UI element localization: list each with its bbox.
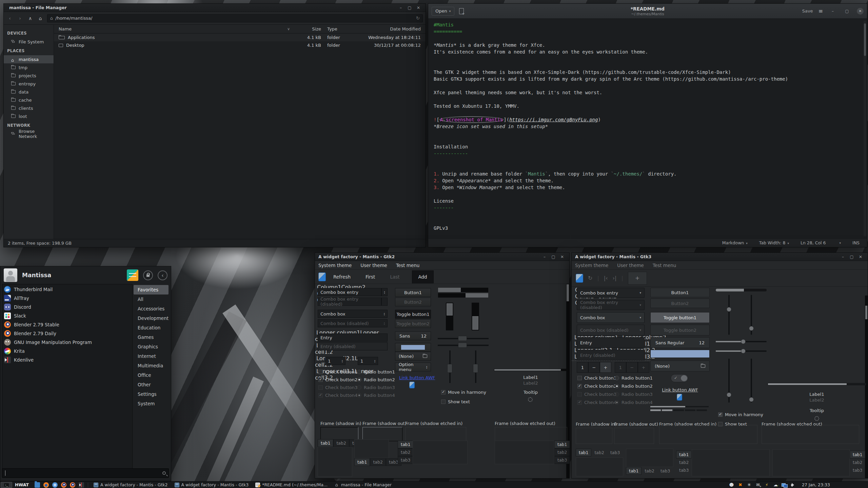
file-chooser-button[interactable]: (None) (650, 361, 710, 371)
file-row-applications[interactable]: Applications 4.1 kB folder Wednesday at … (54, 34, 426, 41)
tab[interactable]: tab3 (850, 466, 865, 474)
sidebar-item[interactable]: mantissa (4, 55, 54, 63)
hamburger-menu-icon[interactable]: ≡ (818, 8, 823, 14)
up-icon[interactable]: ∧ (27, 16, 34, 21)
category-item[interactable]: Games (134, 332, 169, 342)
column-size[interactable]: Size (293, 26, 324, 32)
category-item[interactable]: Favorites (134, 285, 169, 294)
horizontal-scale[interactable] (716, 350, 767, 352)
category-item[interactable]: Multimedia (134, 361, 169, 370)
vertical-scale[interactable] (475, 350, 476, 383)
search-bar[interactable] (2, 468, 169, 478)
blender-launcher-icon[interactable] (61, 482, 66, 488)
entry[interactable]: Entry (577, 337, 645, 348)
check-button-1[interactable]: Check button1 (577, 375, 616, 381)
editor-headerbar[interactable]: Open ▾ *README.md ~/.themes/Mantis Save … (428, 4, 867, 19)
tab[interactable]: tab1 (398, 441, 413, 448)
option-menu[interactable]: Option menu▴▾ (395, 363, 431, 371)
link-button[interactable]: Link button AWF (650, 386, 710, 393)
sidebar-item[interactable]: data (4, 88, 54, 96)
move-in-harmony-check[interactable]: Move in harmony (441, 390, 486, 395)
spin-button[interactable]: 1−+ (615, 362, 649, 373)
check-button-2[interactable]: Check button2 (577, 384, 616, 389)
refresh-button[interactable]: Refresh (326, 274, 358, 280)
maximize-button[interactable]: ▢ (843, 9, 851, 14)
radio-button-2[interactable]: Radio button2 (357, 377, 395, 382)
tab[interactable]: tab3 (676, 466, 692, 474)
file-manager-launcher-icon[interactable] (35, 482, 40, 488)
menu-system-theme[interactable]: System theme (318, 263, 352, 268)
power-manager-tray-icon[interactable]: ⚡ (764, 482, 770, 487)
spin-button[interactable]: 1−+ (577, 362, 611, 373)
tab[interactable]: tab2 (554, 448, 570, 456)
file-chooser-button[interactable]: (None) (395, 352, 431, 361)
menu-system-theme[interactable]: System theme (575, 263, 608, 268)
open-button[interactable]: Open ▾ (432, 7, 454, 16)
tree-horizontal-scrollbar[interactable] (494, 369, 567, 371)
sidebar-item[interactable]: clients (4, 104, 54, 112)
font-button[interactable]: Sans Regular12 (650, 337, 710, 348)
tab[interactable]: tab1 (850, 451, 865, 459)
tab[interactable]: tab3 (657, 467, 673, 475)
vertical-scale[interactable] (449, 350, 451, 383)
home-icon[interactable]: ⌂ (37, 16, 44, 21)
sidebar-item[interactable]: Browse Network (4, 130, 54, 138)
tab[interactable]: tab3 (607, 449, 623, 456)
user-avatar[interactable] (4, 268, 17, 282)
path-bar[interactable]: ⌂ /home/mantissa/ ↻ (47, 14, 423, 22)
menu-item-discord[interactable]: Discord (2, 303, 132, 311)
entry[interactable]: Entry (318, 333, 388, 342)
tab[interactable]: tab1 (576, 449, 591, 456)
tab[interactable]: tab3 (398, 456, 413, 464)
refresh-icon[interactable]: ↻ (588, 275, 592, 281)
category-item[interactable]: Settings (134, 389, 169, 399)
horizontal-scale[interactable] (438, 345, 489, 346)
category-item[interactable]: Development (134, 313, 169, 323)
taskbar-window-gtk2[interactable]: A widget factory - Mantis - Gtk2 (90, 482, 171, 488)
category-item[interactable]: System (134, 399, 169, 408)
tab[interactable]: tab2 (591, 449, 607, 456)
color-button[interactable] (395, 343, 431, 352)
menu-item-kdenlive[interactable]: Kdenlive (2, 355, 132, 364)
maximize-button[interactable]: ▢ (847, 255, 856, 259)
terminal-launcher[interactable]: ›_ (1, 482, 12, 488)
taskbar-window-readme[interactable]: *README.md (~/.themes/Ma... (252, 482, 331, 488)
tab[interactable]: tab1 (354, 458, 370, 466)
combo-box-entry[interactable]: Combo box entry (318, 288, 381, 296)
category-item[interactable]: All (134, 294, 169, 304)
combo-stepper[interactable]: ▴▾ (381, 288, 388, 296)
save-button[interactable]: Save (802, 8, 813, 14)
category-item[interactable]: Education (134, 323, 169, 332)
tab[interactable]: tab1 (626, 467, 642, 475)
category-item[interactable]: Graphics (134, 342, 169, 351)
combo-box-entry[interactable]: Combo box entry▾ (577, 288, 645, 298)
check-button-2[interactable]: Check button2 (318, 377, 357, 382)
goto-dropdown-icon[interactable]: ▾ (839, 241, 841, 245)
link-button[interactable]: Link button AWF (399, 374, 435, 381)
vertical-scale[interactable] (751, 359, 752, 403)
cloud-sync-tray-icon[interactable]: ☁ (773, 482, 778, 487)
last-icon[interactable]: ›| (613, 275, 617, 281)
menu-item-slack[interactable]: Slack (2, 311, 132, 320)
lock-screen-button[interactable] (143, 270, 153, 280)
move-in-harmony-check[interactable]: Move in harmony (718, 412, 763, 417)
discord-tray-icon[interactable]: ☻ (729, 482, 734, 487)
gear-tray-icon[interactable]: ✳ (746, 482, 752, 487)
vertical-scrollbar[interactable] (472, 303, 479, 330)
menu-test-menu[interactable]: Test menu (396, 263, 419, 268)
forward-icon[interactable]: › (17, 16, 23, 21)
combo-box[interactable]: Combo box▴▾ (318, 310, 388, 318)
menu-item-alltray[interactable]: AllTray (2, 294, 132, 303)
button1[interactable]: Button1 (395, 288, 431, 297)
radio-button-2[interactable]: Radio button2 (615, 384, 653, 389)
horizontal-scale[interactable] (716, 341, 767, 342)
tab[interactable]: tab3 (554, 456, 570, 464)
category-item[interactable]: Internet (134, 351, 169, 361)
new-document-icon[interactable] (459, 8, 464, 14)
column-date-modified[interactable]: Date Modified (361, 26, 426, 32)
radio-button-1[interactable]: Radio button1 (357, 369, 395, 374)
show-text-check[interactable]: Show text (441, 399, 470, 404)
refresh-icon[interactable]: ↻ (416, 16, 420, 21)
vertical-scale[interactable] (751, 295, 752, 335)
kdenlive-launcher-icon[interactable] (79, 482, 84, 488)
